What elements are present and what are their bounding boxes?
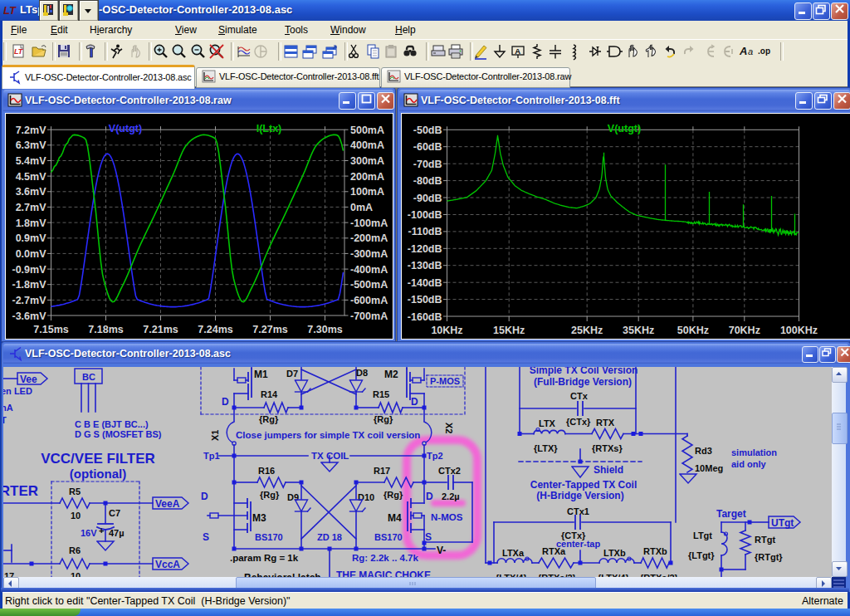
- svg-text:16V: 16V: [81, 528, 97, 538]
- svg-text:CTx: CTx: [570, 391, 589, 401]
- svg-text:-500mA: -500mA: [350, 279, 388, 291]
- svg-text:-200mA: -200mA: [350, 232, 388, 244]
- svg-text:M3: M3: [252, 512, 266, 524]
- svg-text:a: a: [748, 46, 753, 56]
- svg-text:-60dB: -60dB: [413, 141, 442, 153]
- svg-text:7.2mV: 7.2mV: [16, 125, 46, 136]
- svg-text:47µ: 47µ: [109, 528, 125, 538]
- svg-text:7.15ms: 7.15ms: [33, 324, 68, 335]
- svg-text:V(utgt): V(utgt): [608, 123, 641, 134]
- svg-text:RTgt: RTgt: [755, 535, 775, 545]
- svg-text:500mA: 500mA: [350, 125, 384, 136]
- svg-text:S: S: [203, 531, 209, 543]
- svg-text:LT: LT: [14, 47, 24, 56]
- svg-text:7.30ms: 7.30ms: [307, 324, 342, 335]
- svg-text:LTXb: LTXb: [603, 548, 626, 558]
- svg-text:2.2µ: 2.2µ: [442, 491, 460, 501]
- svg-text:(H-Bridge Version): (H-Bridge Version): [536, 490, 623, 501]
- svg-text:5.4mV: 5.4mV: [16, 155, 46, 167]
- svg-text:7.27ms: 7.27ms: [252, 324, 287, 335]
- svg-text:Tp2: Tp2: [427, 451, 443, 461]
- svg-text:+: +: [99, 526, 104, 535]
- svg-text:X2: X2: [444, 423, 454, 433]
- svg-text:10Meg: 10Meg: [695, 463, 723, 473]
- svg-text:BS170: BS170: [255, 532, 283, 542]
- svg-text:-700mA: -700mA: [350, 310, 388, 322]
- svg-text:-300mA: -300mA: [350, 248, 388, 260]
- svg-text:A: A: [739, 45, 747, 57]
- svg-text:0.9mV: 0.9mV: [16, 232, 46, 244]
- svg-text:-600mA: -600mA: [350, 295, 388, 306]
- svg-text:{LTgt}: {LTgt}: [688, 550, 715, 560]
- svg-text:V(utgt): V(utgt): [109, 123, 142, 134]
- svg-text:LTXa: LTXa: [502, 548, 525, 558]
- svg-text:RTER: RTER: [3, 483, 38, 499]
- svg-text:-3.6mV: -3.6mV: [12, 310, 47, 322]
- svg-text:I(Ltx): I(Ltx): [256, 123, 282, 134]
- svg-text:VccA: VccA: [155, 559, 180, 570]
- svg-text:BS170: BS170: [374, 532, 403, 542]
- svg-text:Target: Target: [716, 508, 746, 520]
- svg-text:Tp1: Tp1: [203, 451, 220, 461]
- svg-text:LTgt: LTgt: [693, 530, 712, 540]
- svg-text:3.6mV: 3.6mV: [16, 186, 46, 198]
- svg-text:X1: X1: [210, 430, 220, 441]
- svg-text:CTx1: CTx1: [567, 506, 589, 516]
- svg-text:6.3mV: 6.3mV: [16, 139, 46, 151]
- svg-text:Simple TX Coil Version: Simple TX Coil Version: [530, 367, 638, 376]
- svg-text:{LTX}: {LTX}: [534, 443, 558, 453]
- svg-text:R5: R5: [69, 486, 81, 496]
- svg-text:-160dB: -160dB: [408, 311, 442, 323]
- svg-text:D: D: [201, 491, 208, 502]
- svg-text:{Rg}: {Rg}: [259, 414, 279, 424]
- svg-text:BC: BC: [82, 372, 95, 382]
- svg-text:UTgt: UTgt: [771, 517, 794, 529]
- svg-text:Vee: Vee: [20, 374, 37, 385]
- svg-text:D: D: [222, 396, 229, 408]
- svg-text:THE MAGIC CHOKE: THE MAGIC CHOKE: [336, 570, 431, 577]
- svg-text:Rg: 2.2k .. 4.7k: Rg: 2.2k .. 4.7k: [352, 553, 419, 563]
- svg-text:A: A: [515, 46, 520, 56]
- svg-text:D10: D10: [358, 492, 374, 502]
- svg-text:LT: LT: [3, 4, 17, 17]
- svg-text:V-: V-: [437, 545, 446, 556]
- svg-text:C7: C7: [109, 508, 120, 518]
- svg-text:300mA: 300mA: [350, 155, 384, 167]
- svg-text:-0.9mV: -0.9mV: [12, 264, 47, 276]
- svg-text:{Rg}: {Rg}: [374, 414, 393, 424]
- svg-text:{RTXs}: {RTXs}: [592, 443, 623, 453]
- svg-text:R15: R15: [373, 389, 389, 399]
- svg-text:.param Rg = 1k: .param Rg = 1k: [230, 553, 299, 563]
- svg-text:{RTgt}: {RTgt}: [755, 552, 783, 562]
- svg-text:T: T: [3, 415, 7, 425]
- svg-text:(Full-Bridge Version): (Full-Bridge Version): [534, 376, 632, 388]
- svg-text:{CTx}: {CTx}: [566, 417, 591, 427]
- svg-text:0mA: 0mA: [350, 202, 373, 213]
- svg-text:nA: nA: [3, 403, 13, 413]
- svg-text:-150dB: -150dB: [408, 294, 442, 306]
- svg-text:-100dB: -100dB: [408, 209, 442, 221]
- svg-text:{Rg}: {Rg}: [260, 490, 280, 500]
- svg-text:D7: D7: [286, 369, 298, 379]
- svg-text:-90dB: -90dB: [413, 193, 442, 204]
- svg-text:7.21ms: 7.21ms: [143, 324, 178, 335]
- svg-text:-140dB: -140dB: [408, 277, 442, 289]
- svg-text:ZD 18: ZD 18: [317, 532, 342, 542]
- svg-text:D G S (MOSFET BS): D G S (MOSFET BS): [75, 429, 162, 439]
- svg-text:-120dB: -120dB: [408, 243, 442, 255]
- svg-text:70KHz: 70KHz: [729, 325, 760, 336]
- svg-text:VCC/VEE FILTER: VCC/VEE FILTER: [41, 451, 155, 467]
- svg-text:-110dB: -110dB: [408, 226, 442, 237]
- svg-text:Center-Tapped TX Coil: Center-Tapped TX Coil: [530, 479, 637, 491]
- svg-text:4.5mV: 4.5mV: [16, 171, 46, 183]
- svg-text:D: D: [426, 491, 433, 502]
- svg-text:RTXa: RTXa: [542, 546, 566, 556]
- svg-text:M1: M1: [254, 369, 268, 380]
- svg-text:R6: R6: [69, 545, 81, 555]
- svg-text:R16: R16: [258, 466, 275, 476]
- svg-text:en LED: en LED: [3, 386, 32, 396]
- svg-text:15KHz: 15KHz: [493, 325, 525, 336]
- svg-text:RTX: RTX: [596, 418, 615, 428]
- svg-text:N-MOS: N-MOS: [431, 512, 463, 522]
- svg-text:R14: R14: [261, 389, 278, 399]
